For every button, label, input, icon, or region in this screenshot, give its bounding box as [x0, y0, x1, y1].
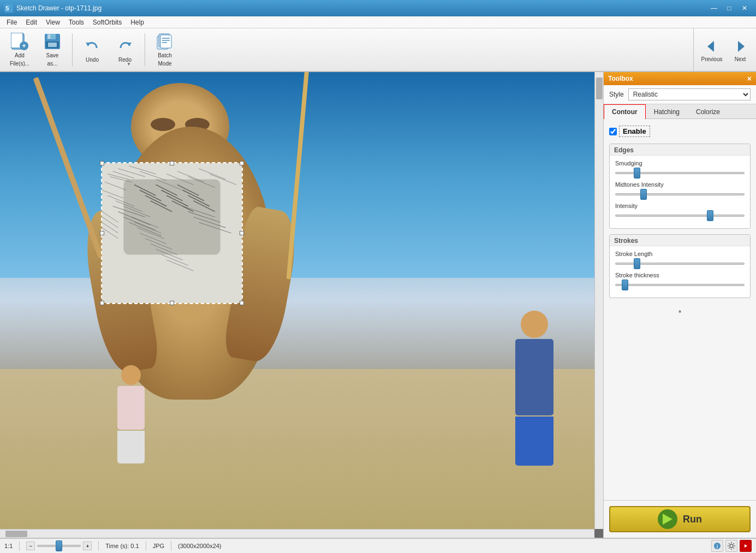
menu-edit[interactable]: Edit	[21, 16, 41, 28]
svg-point-76	[731, 542, 732, 543]
toolbox-title: Toolbox	[608, 75, 633, 82]
menu-tools[interactable]: Tools	[64, 16, 88, 28]
toolbar-sep-1	[72, 33, 73, 66]
sel-handle-tr[interactable]	[240, 161, 244, 165]
svg-marker-20	[738, 41, 745, 52]
sel-handle-ml[interactable]	[100, 231, 104, 235]
redo-icon	[116, 37, 134, 55]
person-head	[521, 311, 548, 338]
svg-text:S: S	[5, 5, 9, 11]
zoom-in-button[interactable]: +	[83, 542, 92, 550]
child	[109, 365, 153, 463]
menu-help[interactable]: Help	[126, 16, 148, 28]
midtones-slider[interactable]	[615, 193, 745, 195]
vscroll-thumb[interactable]	[596, 78, 603, 99]
strokes-section: Strokes Stroke Length Stroke thickness	[609, 234, 751, 298]
smudging-slider[interactable]	[615, 172, 745, 174]
sel-handle-mr[interactable]	[240, 231, 244, 235]
info-icon-button[interactable]: i	[711, 540, 723, 552]
menu-file[interactable]: File	[2, 16, 21, 28]
status-sep-3	[146, 541, 146, 551]
svg-marker-19	[707, 41, 714, 52]
minimize-button[interactable]: —	[707, 3, 721, 14]
photo-background	[0, 72, 594, 529]
tab-colorize[interactable]: Colorize	[688, 104, 728, 119]
settings-icon-button[interactable]	[725, 540, 737, 552]
window-title: Sketch Drawer - otp-1711.jpg	[16, 4, 102, 12]
svg-point-78	[728, 545, 729, 546]
window-controls: — □ ✕	[707, 3, 752, 14]
sel-handle-br[interactable]	[240, 301, 244, 305]
add-files-label2: File(s)...	[10, 61, 29, 67]
sel-handle-tm[interactable]	[170, 161, 174, 165]
previous-button[interactable]: Previous	[698, 32, 725, 69]
intensity-slider[interactable]	[615, 215, 745, 217]
midtones-label: Midtones Intensity	[615, 181, 745, 188]
batch-mode-label: Batch	[158, 52, 172, 58]
stroke-thickness-slider[interactable]	[615, 284, 745, 286]
status-icons: i	[711, 540, 752, 552]
menu-view[interactable]: View	[41, 16, 64, 28]
tab-hatching[interactable]: Hatching	[646, 104, 688, 119]
svg-point-80	[729, 543, 730, 544]
tab-contour[interactable]: Contour	[604, 104, 646, 119]
youtube-icon-button[interactable]	[740, 540, 752, 552]
enable-label[interactable]: Enable	[619, 126, 650, 137]
save-as-label: Save	[46, 52, 59, 58]
horizontal-scrollbar[interactable]	[0, 529, 594, 538]
batch-mode-label2: Mode	[158, 61, 171, 67]
menu-softorbits[interactable]: SoftOrbits	[88, 16, 126, 28]
dimensions-label: (3000x2000x24)	[178, 543, 222, 549]
menu-bar: File Edit View Tools SoftOrbits Help	[0, 16, 756, 28]
zoom-slider[interactable]	[37, 545, 81, 547]
main-area: Toolbox × Style Realistic Cartoon Pencil…	[0, 72, 756, 538]
batch-mode-button[interactable]: Batch Mode	[150, 31, 180, 68]
close-button[interactable]: ✕	[737, 3, 752, 14]
run-button[interactable]: Run	[609, 506, 751, 532]
stroke-length-row: Stroke Length	[615, 251, 745, 266]
canvas-area[interactable]	[0, 72, 603, 538]
svg-point-82	[733, 543, 734, 544]
format-label: JPG	[153, 543, 164, 549]
enable-checkbox[interactable]	[609, 128, 617, 135]
toolbox-close-button[interactable]: ×	[747, 74, 752, 83]
stroke-thickness-row: Stroke thickness	[615, 272, 745, 288]
svg-point-83	[729, 548, 730, 549]
maximize-button[interactable]: □	[722, 3, 736, 14]
toolbar: + Add File(s)... Save as... Undo Redo	[0, 28, 756, 72]
undo-label: Undo	[86, 57, 99, 63]
tabs: Contour Hatching Colorize	[604, 104, 756, 119]
undo-icon	[84, 37, 101, 55]
save-as-label2: as...	[47, 61, 58, 67]
app-icon: S	[4, 4, 13, 13]
child-head	[121, 365, 141, 385]
edges-body: Smudging Midtones Intensity Intensity	[610, 156, 750, 228]
tab-content: Enable Edges Smudging Midtones Intensity	[604, 119, 756, 500]
stroke-length-slider[interactable]	[615, 263, 745, 265]
hscroll-thumb[interactable]	[5, 531, 27, 537]
selection-box[interactable]	[101, 162, 243, 304]
sel-handle-tl[interactable]	[100, 161, 104, 165]
edges-section: Edges Smudging Midtones Intensity Inte	[609, 144, 751, 229]
redo-button[interactable]: Redo	[110, 31, 140, 68]
prev-next-controls: Previous Next	[693, 28, 754, 72]
zoom-out-button[interactable]: −	[26, 542, 35, 550]
add-file-icon: +	[11, 33, 28, 50]
info-icon: i	[713, 542, 721, 550]
vertical-scrollbar[interactable]	[594, 72, 603, 529]
next-icon	[731, 39, 749, 54]
strokes-title: Strokes	[610, 235, 750, 246]
dot-bullet: •	[678, 307, 682, 317]
save-as-button[interactable]: Save as...	[37, 31, 68, 68]
undo-button[interactable]: Undo	[77, 31, 108, 68]
add-files-button[interactable]: + Add File(s)...	[4, 31, 35, 68]
style-select[interactable]: Realistic Cartoon Pencil Pastel	[628, 88, 751, 100]
title-left: S Sketch Drawer - otp-1711.jpg	[4, 4, 102, 13]
sel-handle-bl[interactable]	[100, 301, 104, 305]
add-files-label: Add	[15, 52, 25, 58]
sel-handle-bm[interactable]	[170, 301, 174, 305]
midtones-row: Midtones Intensity	[615, 181, 745, 197]
next-button[interactable]: Next	[727, 32, 754, 69]
run-label: Run	[683, 514, 702, 525]
save-icon	[44, 33, 61, 50]
